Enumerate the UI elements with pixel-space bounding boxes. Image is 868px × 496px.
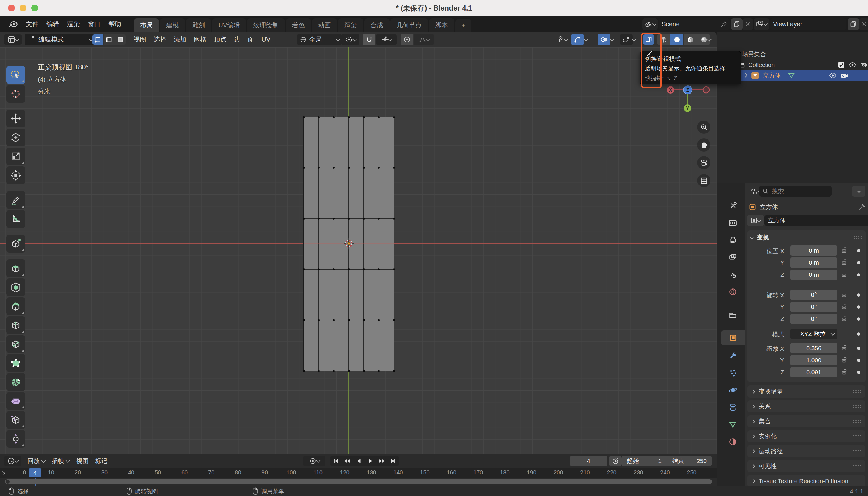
mesh-vertex[interactable] [318, 116, 320, 118]
viewlayer-name-field[interactable]: ViewLayer [770, 18, 847, 30]
object-visibility-dropdown[interactable] [554, 34, 570, 45]
overlays-dropdown[interactable] [610, 36, 617, 43]
properties-options-button[interactable] [852, 186, 865, 197]
object-name-field[interactable]: 立方体 [764, 215, 868, 226]
workspace-tab[interactable]: 动画 [312, 18, 337, 32]
snap-toggle[interactable] [363, 34, 375, 45]
lock-toggle[interactable] [840, 247, 848, 255]
mesh-vertex[interactable] [348, 167, 350, 169]
tool-smooth[interactable] [6, 392, 25, 410]
lock-toggle[interactable] [840, 271, 848, 279]
animate-dot[interactable] [857, 249, 860, 252]
current-frame-field[interactable]: 4 [570, 456, 607, 466]
tool-extrude-region[interactable] [6, 260, 25, 277]
viewport-menu-item[interactable]: 选择 [150, 34, 170, 46]
mesh-vertex[interactable] [348, 268, 350, 270]
transform-value-field[interactable]: 0° [790, 302, 837, 312]
topbar-menu-item[interactable]: 文件 [22, 18, 43, 30]
properties-tab-view-layer[interactable] [725, 250, 741, 265]
navigation-gizmo[interactable]: X Z Y [663, 83, 712, 116]
workspace-tab[interactable]: + [455, 19, 471, 32]
viewlayer-remove-button[interactable] [859, 18, 868, 30]
scene-unlink-button[interactable] [743, 18, 753, 30]
viewlayer-browse-button[interactable] [754, 18, 769, 30]
cursor-3d[interactable] [343, 238, 355, 250]
camera-view-button[interactable] [697, 156, 710, 169]
viewport-menu-item[interactable]: 网格 [190, 34, 210, 46]
minimize-window-button[interactable] [19, 4, 27, 12]
properties-search-box[interactable]: 搜索 [759, 186, 832, 197]
mesh-vertex[interactable] [348, 116, 350, 118]
scene-name-field[interactable]: Scene [659, 18, 730, 30]
pan-hand-button[interactable] [697, 138, 710, 152]
mesh-vertex[interactable] [363, 116, 365, 118]
mesh-vertex[interactable] [393, 218, 395, 220]
timeline-menu-item[interactable]: 插帧 [48, 455, 73, 467]
tool-add-cube[interactable] [6, 235, 25, 252]
lock-toggle[interactable] [840, 368, 848, 377]
animate-dot[interactable] [857, 293, 860, 296]
frame-start-field[interactable]: 起始1 [622, 456, 667, 466]
object-id-button[interactable] [747, 215, 764, 226]
mesh-vertex[interactable] [348, 370, 350, 372]
transform-panel-header[interactable]: 变换 [750, 233, 863, 242]
mesh-vertex[interactable] [393, 319, 395, 321]
properties-tab-render[interactable] [725, 216, 741, 231]
lock-toggle[interactable] [840, 315, 848, 324]
tool-spin[interactable] [6, 373, 25, 391]
tool-bevel[interactable] [6, 297, 25, 315]
properties-tab-object[interactable] [721, 330, 745, 345]
animate-dot[interactable] [857, 347, 860, 350]
tool-rotate[interactable] [6, 128, 25, 146]
show-overlays-toggle[interactable] [598, 34, 610, 45]
panel-collapsed[interactable]: 集合 [747, 415, 865, 428]
mesh-vertex[interactable] [378, 218, 380, 220]
select-mode-edge[interactable] [104, 34, 114, 45]
auto-keying-toggle[interactable] [303, 456, 326, 466]
mesh-vertex[interactable] [378, 370, 380, 372]
mesh-vertex[interactable] [393, 167, 395, 169]
tool-inset-faces[interactable] [6, 278, 25, 296]
lock-toggle[interactable] [840, 303, 848, 311]
workspace-tab[interactable]: 渲染 [338, 18, 363, 32]
mesh-vertex[interactable] [363, 218, 365, 220]
topbar-menu-item[interactable]: 渲染 [63, 18, 84, 30]
lock-toggle[interactable] [840, 259, 848, 267]
pivot-point-dropdown[interactable] [342, 34, 359, 45]
tool-measure[interactable] [6, 210, 25, 228]
tool-scale[interactable] [6, 148, 25, 165]
animate-dot[interactable] [857, 306, 860, 309]
snap-settings-dropdown[interactable] [376, 34, 397, 45]
transform-value-field[interactable]: 0 m [790, 245, 837, 256]
play-button[interactable] [365, 456, 376, 466]
panel-collapsed[interactable]: 关系 [747, 400, 865, 413]
jump-to-start-button[interactable] [330, 456, 342, 466]
workspace-tab[interactable]: 雕刻 [186, 18, 211, 32]
properties-tab-tool[interactable] [725, 198, 741, 213]
mesh-vertex[interactable] [333, 218, 335, 220]
mesh-vertex[interactable] [318, 370, 320, 372]
orientation-dropdown[interactable]: 全局 [297, 34, 342, 45]
mesh-vertex[interactable] [333, 116, 335, 118]
timeline-menu-item[interactable]: 回放 [24, 455, 48, 467]
lock-toggle[interactable] [840, 344, 848, 353]
viewport-menu-item[interactable]: 顶点 [210, 34, 230, 46]
scene-browse-button[interactable] [642, 18, 657, 30]
properties-tab-output[interactable] [725, 233, 741, 248]
mesh-vertex[interactable] [333, 370, 335, 372]
prev-keyframe-button[interactable] [342, 456, 353, 466]
mesh-vertex[interactable] [393, 268, 395, 270]
expand-icon[interactable] [743, 73, 748, 78]
shading-solid-button[interactable] [670, 34, 683, 45]
panel-collapsed[interactable]: 可见性 [747, 460, 865, 472]
animate-dot[interactable] [857, 261, 860, 264]
lock-toggle[interactable] [840, 291, 848, 299]
expand-icon[interactable] [1, 471, 5, 476]
workspace-tab[interactable]: 着色 [286, 18, 311, 32]
viewlayer-copy-button[interactable] [848, 18, 859, 30]
viewport-3d[interactable]: 正交顶视图 180°(4) 立方体分米 X Z Y [0, 47, 717, 454]
properties-tab-object-data[interactable] [725, 417, 741, 432]
mesh-vertex[interactable] [303, 116, 305, 118]
properties-tab-particles[interactable] [725, 366, 741, 380]
workspace-tab[interactable]: 纹理绘制 [247, 18, 285, 32]
